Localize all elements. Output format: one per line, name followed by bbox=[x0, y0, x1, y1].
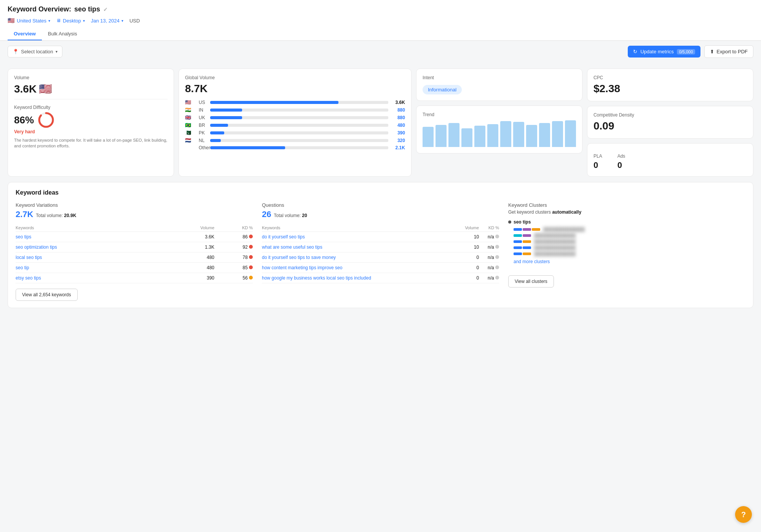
cluster-text: ██████████████ bbox=[543, 227, 585, 232]
cpc-card: CPC $2.38 bbox=[587, 69, 753, 101]
kw-link[interactable]: seo tip bbox=[16, 265, 29, 270]
gv-value: 390 bbox=[391, 130, 405, 136]
variations-count: 2.7K bbox=[16, 209, 33, 219]
gv-row: 🇮🇳 IN 880 bbox=[185, 107, 405, 113]
cluster-bar bbox=[523, 234, 531, 237]
kw-cell[interactable]: what are some useful seo tips bbox=[262, 242, 454, 252]
update-metrics-button[interactable]: ↻ Update metrics 0/5,000 bbox=[628, 46, 700, 58]
kw-cell[interactable]: how google my business works local seo t… bbox=[262, 273, 454, 283]
gv-row: 🇵🇰 PK 390 bbox=[185, 130, 405, 136]
volume-cell: 390 bbox=[164, 273, 214, 283]
kd-dot bbox=[495, 276, 499, 280]
kw-cell[interactable]: do it yourself seo tips to save money bbox=[262, 252, 454, 263]
refresh-icon: ↻ bbox=[633, 49, 637, 54]
ideas-title: Keyword ideas bbox=[16, 189, 745, 196]
kd-dot bbox=[495, 265, 499, 269]
trend-bar bbox=[513, 122, 524, 147]
date-filter[interactable]: Jan 13, 2024 ▾ bbox=[91, 18, 123, 24]
kw-cell[interactable]: local seo tips bbox=[16, 252, 164, 263]
kd-value: 86% bbox=[14, 114, 34, 126]
kd-circle bbox=[38, 112, 54, 128]
cluster-bar bbox=[514, 246, 522, 249]
toolbar: 📍 Select location ▾ ↻ Update metrics 0/5… bbox=[0, 41, 761, 62]
global-volume-label: Global Volume bbox=[185, 75, 405, 80]
table-row: how content marketing tips improve seo 0… bbox=[262, 263, 499, 273]
volume-cell: 10 bbox=[454, 232, 479, 242]
table-row: local seo tips 480 78 bbox=[16, 252, 253, 263]
kw-cell[interactable]: do it yourself seo tips bbox=[262, 232, 454, 242]
gv-country: IN bbox=[199, 107, 207, 113]
select-location-button[interactable]: 📍 Select location ▾ bbox=[8, 46, 62, 58]
gv-row: 🇺🇸 US 3.6K bbox=[185, 99, 405, 105]
kw-link[interactable]: what are some useful seo tips bbox=[262, 244, 322, 250]
competitive-density-card: Competitive Density 0.09 bbox=[587, 106, 753, 139]
gv-country: US bbox=[199, 100, 207, 105]
kw-link[interactable]: local seo tips bbox=[16, 255, 42, 260]
questions-kw-header: Keywords bbox=[262, 224, 454, 232]
cd-label: Competitive Density bbox=[593, 112, 747, 118]
kd-dot bbox=[495, 245, 499, 249]
gv-value: 880 bbox=[391, 107, 405, 113]
kd-cell: n/a bbox=[479, 252, 499, 263]
questions-count: 26 bbox=[262, 209, 271, 219]
export-icon: ⬆ bbox=[710, 49, 714, 54]
variations-table: Keywords Volume KD % seo tips 3.6K 86 se… bbox=[16, 224, 253, 283]
table-row: do it yourself seo tips to save money 0 … bbox=[262, 252, 499, 263]
gv-bar-wrap bbox=[210, 109, 388, 112]
export-pdf-button[interactable]: ⬆ Export to PDF bbox=[704, 45, 753, 58]
cluster-sub-item: ██████████████ bbox=[514, 245, 745, 250]
gv-flag: 🇬🇧 bbox=[185, 115, 196, 120]
gv-bar bbox=[210, 124, 228, 127]
location-filter[interactable]: 🇺🇸 United States ▾ bbox=[8, 17, 50, 24]
kd-cell: n/a bbox=[479, 263, 499, 273]
tab-overview[interactable]: Overview bbox=[8, 28, 42, 40]
intent-trend-col: Intent Informational Trend bbox=[416, 69, 582, 177]
kd-cell: 56 bbox=[214, 273, 253, 283]
kw-link[interactable]: seo tips bbox=[16, 234, 31, 240]
variations-kw-header: Keywords bbox=[16, 224, 164, 232]
variations-vol-header: Volume bbox=[164, 224, 214, 232]
gv-bar bbox=[210, 109, 242, 112]
volume-cell: 0 bbox=[454, 263, 479, 273]
gv-bar-wrap bbox=[210, 116, 388, 119]
kw-cell[interactable]: seo tip bbox=[16, 263, 164, 273]
gv-bar-wrap bbox=[210, 101, 388, 104]
cluster-sub-item: ██████████████ bbox=[514, 233, 745, 238]
kw-link[interactable]: seo optimization tips bbox=[16, 244, 57, 250]
kw-cell[interactable]: etsy seo tips bbox=[16, 273, 164, 283]
kw-link[interactable]: etsy seo tips bbox=[16, 275, 41, 281]
kw-link[interactable]: how google my business works local seo t… bbox=[262, 275, 371, 281]
kd-label: Keyword Difficulty bbox=[14, 105, 168, 110]
kw-cell[interactable]: how content marketing tips improve seo bbox=[262, 263, 454, 273]
view-all-clusters-button[interactable]: View all clusters bbox=[508, 275, 554, 288]
clusters-col: Keyword Clusters Get keyword clusters au… bbox=[508, 202, 745, 301]
gv-value: 3.6K bbox=[391, 100, 405, 105]
gv-bar-wrap bbox=[210, 131, 388, 134]
kw-link[interactable]: do it yourself seo tips to save money bbox=[262, 255, 336, 260]
and-more-clusters[interactable]: and more clusters bbox=[514, 259, 745, 264]
pla-item: PLA 0 bbox=[593, 153, 602, 170]
kw-link[interactable]: do it yourself seo tips bbox=[262, 234, 305, 240]
kd-section: Keyword Difficulty 86% Very hard The har… bbox=[14, 105, 168, 149]
kw-cell[interactable]: seo optimization tips bbox=[16, 242, 164, 252]
currency-label: USD bbox=[129, 18, 140, 24]
kw-link[interactable]: how content marketing tips improve seo bbox=[262, 265, 342, 270]
gv-value: 2.1K bbox=[391, 145, 405, 150]
chevron-down-icon: ▾ bbox=[121, 19, 123, 23]
view-all-variations-button[interactable]: View all 2,654 keywords bbox=[16, 289, 78, 301]
kd-dot bbox=[249, 276, 253, 280]
kd-dot bbox=[249, 255, 253, 259]
gv-bar bbox=[210, 101, 338, 104]
variations-kd-header: KD % bbox=[214, 224, 253, 232]
select-location-label: Select location bbox=[21, 49, 53, 54]
intent-badge: Informational bbox=[423, 85, 462, 94]
trend-label: Trend bbox=[423, 112, 576, 117]
volume-cell: 10 bbox=[454, 242, 479, 252]
gv-country: Other bbox=[199, 145, 207, 150]
cluster-text: ██████████████ bbox=[534, 251, 576, 256]
tab-bulk-analysis[interactable]: Bulk Analysis bbox=[42, 28, 83, 40]
questions-stats: 26 Total volume: 20 bbox=[262, 209, 499, 219]
kw-cell[interactable]: seo tips bbox=[16, 232, 164, 242]
gv-flag: 🇺🇸 bbox=[185, 99, 196, 105]
device-filter[interactable]: 🖥 Desktop ▾ bbox=[56, 18, 85, 24]
